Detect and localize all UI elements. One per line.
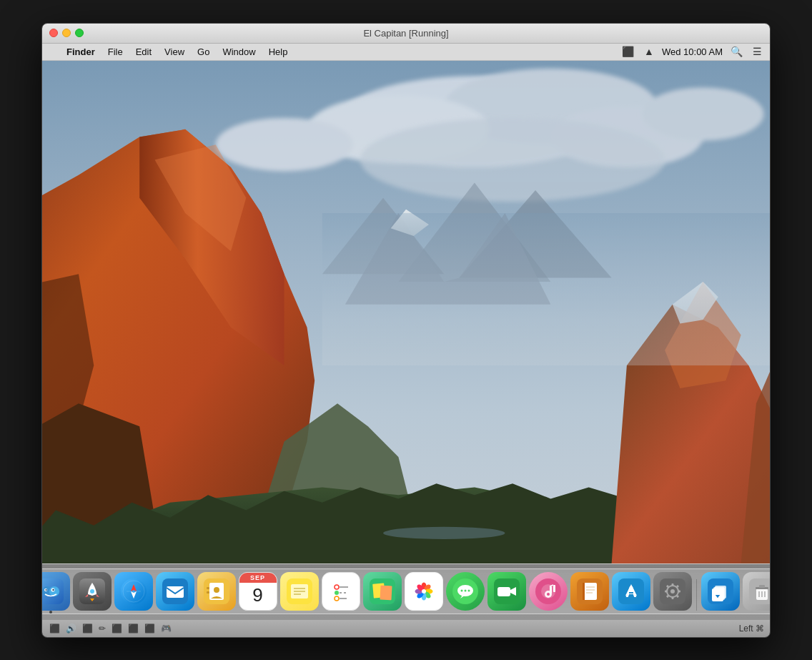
dock-safari[interactable]	[114, 572, 153, 611]
notification-icon[interactable]: ☰	[751, 46, 764, 57]
svg-point-102	[670, 589, 675, 593]
svg-point-36	[90, 589, 94, 593]
svg-rect-27	[322, 213, 770, 365]
svg-point-87	[547, 593, 550, 596]
status-bar: ⬛ 🔊 ⬛ ✏ ⬛ ⬛ ⬛ 🎮 Left ⌘	[42, 620, 770, 637]
dock-sysprefs[interactable]	[653, 572, 692, 611]
desktop[interactable]	[42, 61, 770, 563]
dock-contacts[interactable]	[197, 572, 236, 611]
svg-rect-106	[678, 590, 680, 592]
svg-rect-119	[759, 585, 765, 588]
svg-rect-105	[665, 590, 668, 592]
screen-icon: ⬛	[620, 46, 636, 57]
dock-calendar[interactable]: SEP 9	[239, 572, 277, 611]
help-menu-item[interactable]: Help	[263, 45, 294, 59]
svg-point-7	[360, 117, 665, 201]
maximize-button[interactable]	[75, 29, 84, 37]
dock-ibooks[interactable]	[570, 572, 609, 611]
volume-icon[interactable]: ▲	[642, 46, 656, 57]
dock-launchpad[interactable]	[73, 572, 112, 611]
window-menu-item[interactable]: Window	[217, 45, 261, 59]
svg-point-74	[422, 589, 426, 593]
window-title: El Capitan [Running]	[363, 28, 448, 39]
status-icon-2[interactable]: 🔊	[64, 624, 78, 634]
svg-point-26	[383, 526, 505, 538]
status-bar-right-text: Left ⌘	[739, 624, 764, 634]
view-menu-item[interactable]: View	[159, 45, 190, 59]
finder-menu-item[interactable]: Finder	[61, 45, 101, 59]
dock-notes[interactable]	[280, 572, 319, 611]
svg-point-79	[464, 589, 466, 591]
status-icon-1[interactable]: ⬛	[48, 624, 61, 634]
minimize-button[interactable]	[62, 29, 71, 37]
menu-bar-left: Finder File Edit View Go Window Help	[48, 45, 293, 59]
svg-point-5	[642, 87, 763, 141]
dock-divider	[696, 579, 697, 611]
status-icon-4[interactable]: ✏	[97, 624, 107, 634]
svg-point-80	[467, 589, 470, 591]
svg-rect-89	[553, 585, 555, 592]
svg-rect-88	[550, 586, 552, 593]
dock-messages[interactable]	[446, 572, 485, 611]
svg-point-47	[214, 587, 219, 593]
svg-point-33	[45, 589, 46, 591]
dock-photos[interactable]	[405, 572, 443, 611]
dock-reminders[interactable]	[322, 572, 360, 611]
svg-rect-44	[167, 586, 184, 598]
traffic-lights	[49, 29, 84, 37]
dock-stickies[interactable]	[363, 572, 402, 611]
svg-rect-103	[671, 583, 673, 586]
dock-finder[interactable]	[41, 572, 70, 611]
svg-rect-104	[671, 596, 673, 599]
menu-bar-right: ⬛ ▲ Wed 10:00 AM 🔍 ☰	[620, 46, 764, 57]
dock-facetime[interactable]	[487, 572, 526, 611]
dock: SEP 9	[41, 568, 771, 614]
svg-point-34	[52, 588, 54, 590]
svg-point-6	[216, 117, 353, 171]
spotlight-icon[interactable]: 🔍	[728, 46, 745, 57]
svg-point-78	[460, 589, 462, 591]
status-icon-3[interactable]: ⬛	[81, 624, 94, 634]
svg-rect-48	[207, 587, 209, 589]
main-window: El Capitan [Running] Finder File Edit Vi…	[41, 23, 771, 638]
status-icon-5[interactable]: ⬛	[110, 624, 124, 634]
svg-rect-93	[583, 583, 585, 600]
clock-display: Wed 10:00 AM	[662, 46, 723, 57]
svg-rect-82	[497, 587, 510, 596]
menu-bar: Finder File Edit View Go Window Help ⬛ ▲…	[42, 44, 770, 61]
svg-rect-64	[380, 585, 392, 600]
dock-container: SEP 9	[42, 563, 770, 620]
status-icon-8[interactable]: 🎮	[159, 624, 173, 634]
svg-point-58	[335, 591, 339, 595]
status-icon-7[interactable]: ⬛	[143, 624, 157, 634]
file-menu-item[interactable]: File	[102, 45, 129, 59]
dock-trash[interactable]	[743, 572, 771, 611]
edit-menu-item[interactable]: Edit	[130, 45, 157, 59]
title-bar: El Capitan [Running]	[42, 24, 770, 44]
svg-rect-49	[207, 591, 209, 593]
dock-appstore[interactable]: A	[612, 572, 650, 611]
svg-rect-55	[328, 578, 354, 604]
dock-mail[interactable]	[156, 572, 194, 611]
go-menu-item[interactable]: Go	[192, 45, 215, 59]
dock-downloads[interactable]	[701, 572, 740, 611]
dock-itunes[interactable]	[529, 572, 568, 611]
status-icon-6[interactable]: ⬛	[127, 624, 140, 634]
close-button[interactable]	[49, 29, 58, 37]
